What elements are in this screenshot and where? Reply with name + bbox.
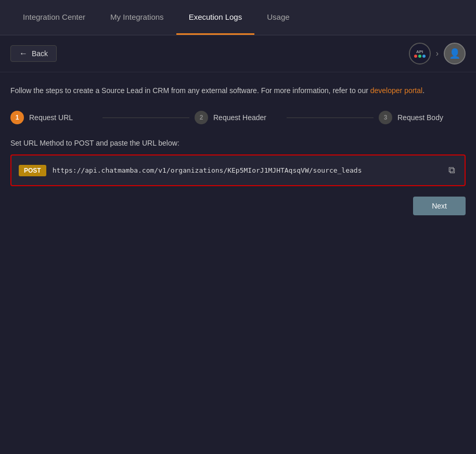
main-content: Follow the steps to create a Source Lead… xyxy=(0,72,476,228)
step-2-number: 2 xyxy=(195,111,208,124)
next-button[interactable]: Next xyxy=(413,197,466,215)
step-2: 2 Request Header xyxy=(195,111,281,124)
nav-item-usage[interactable]: Usage xyxy=(254,0,302,35)
step-1: 1 Request URL xyxy=(10,111,97,124)
copy-icon: ⧉ xyxy=(448,165,455,175)
nav-item-my-integrations[interactable]: My Integrations xyxy=(98,0,176,35)
header-right: API › 👤 xyxy=(409,43,466,64)
instruction-text: Set URL Method to POST and paste the URL… xyxy=(10,139,466,147)
description-text: Follow the steps to create a Source Lead… xyxy=(10,85,466,96)
post-badge: POST xyxy=(19,165,46,176)
step-3-label: Request Body xyxy=(397,113,443,122)
back-label: Back xyxy=(32,49,48,58)
step-separator-1 xyxy=(102,118,189,118)
back-button[interactable]: ← Back xyxy=(10,45,57,62)
back-arrow-icon: ← xyxy=(19,49,28,58)
step-separator-2 xyxy=(287,118,374,118)
description-before-link: Follow the steps to create a Source Lead… xyxy=(10,86,370,95)
user-avatar[interactable]: 👤 xyxy=(444,43,466,64)
nav-item-integration-center[interactable]: Integration Center xyxy=(10,0,98,35)
api-icon: API xyxy=(409,43,431,64)
developer-portal-link[interactable]: developer portal xyxy=(370,86,422,95)
url-text: https://api.chatmamba.com/v1/organizatio… xyxy=(53,166,441,174)
chevron-right-icon: › xyxy=(436,49,439,58)
avatar-icon: 👤 xyxy=(449,48,460,59)
step-3-number: 3 xyxy=(379,111,392,124)
step-3: 3 Request Body xyxy=(379,111,466,124)
nav-item-execution-logs[interactable]: Execution Logs xyxy=(176,0,255,35)
steps-container: 1 Request URL 2 Request Header 3 Request… xyxy=(10,111,466,124)
next-button-row: Next xyxy=(10,197,466,215)
url-box: POST https://api.chatmamba.com/v1/organi… xyxy=(10,154,466,186)
description-after-link: . xyxy=(422,86,424,95)
sub-header: ← Back API › 👤 xyxy=(0,35,476,72)
step-1-label: Request URL xyxy=(29,113,73,122)
step-1-number: 1 xyxy=(10,111,24,124)
step-2-label: Request Header xyxy=(213,113,266,122)
top-nav: Integration Center My Integrations Execu… xyxy=(0,0,476,35)
copy-button[interactable]: ⧉ xyxy=(446,163,457,178)
